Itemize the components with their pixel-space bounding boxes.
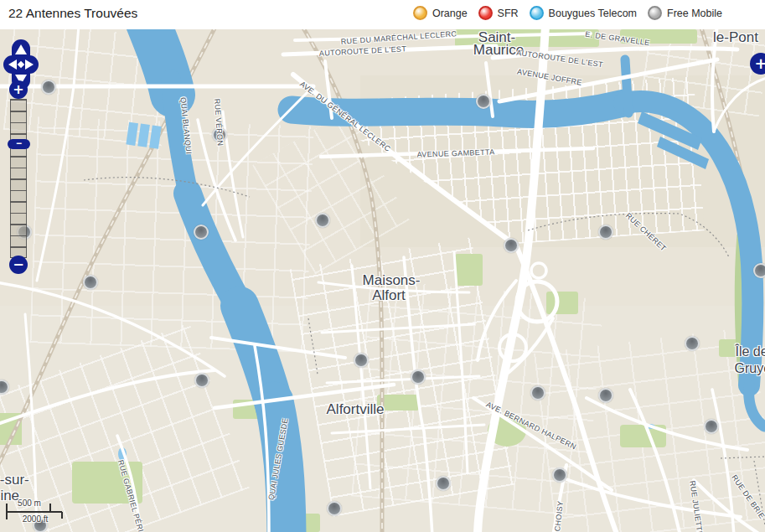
antenna-marker[interactable] <box>41 80 56 95</box>
legend-item-bouygues-telecom[interactable]: Bouygues Telecom <box>530 6 637 20</box>
antenna-marker[interactable] <box>685 336 700 351</box>
zoom-in-button[interactable]: + <box>9 80 28 99</box>
legend-label: Bouygues Telecom <box>549 8 637 19</box>
antenna-marker[interactable] <box>83 275 98 290</box>
antenna-marker[interactable] <box>598 225 613 240</box>
legend-label: Orange <box>432 8 468 19</box>
results-header: 22 Antennes Trouvées OrangeSFRBouygues T… <box>0 0 765 29</box>
antenna-marker[interactable] <box>33 518 48 532</box>
bouygues-telecom-dot-icon <box>530 6 544 20</box>
antenna-marker[interactable] <box>504 238 519 253</box>
zoom-slider-handle[interactable]: − <box>8 139 30 149</box>
antenna-marker[interactable] <box>436 476 451 491</box>
antenna-marker[interactable] <box>212 127 227 142</box>
antenna-marker[interactable] <box>530 385 545 400</box>
map-canvas[interactable] <box>0 29 765 532</box>
antenna-marker[interactable] <box>194 225 209 240</box>
legend-item-orange[interactable]: Orange <box>413 6 468 20</box>
antenna-marker[interactable] <box>327 501 342 516</box>
page-title: 22 Antennes Trouvées <box>8 6 137 21</box>
antenna-marker[interactable] <box>411 369 426 385</box>
antenna-marker[interactable] <box>194 373 209 388</box>
legend-label: Free Mobile <box>667 8 722 19</box>
zoom-track[interactable] <box>10 99 27 258</box>
legend-item-sfr[interactable]: SFR <box>478 6 519 20</box>
antenna-marker[interactable] <box>354 353 369 368</box>
orange-dot-icon <box>413 6 427 20</box>
antenna-marker[interactable] <box>476 94 491 109</box>
antenna-marker[interactable] <box>598 388 613 403</box>
antenna-marker[interactable] <box>753 263 765 278</box>
legend: OrangeSFRBouygues TelecomFree Mobile <box>413 6 722 20</box>
antenna-marker[interactable] <box>315 213 330 228</box>
zoom-slider-control: + − − <box>8 80 30 275</box>
sfr-dot-icon <box>478 6 493 20</box>
legend-item-free-mobile[interactable]: Free Mobile <box>648 6 722 20</box>
free-mobile-dot-icon <box>648 6 662 20</box>
map-graphics <box>0 29 765 532</box>
antenna-marker[interactable] <box>704 419 719 434</box>
legend-label: SFR <box>498 8 519 19</box>
antenna-marker[interactable] <box>552 467 567 483</box>
zoom-out-button[interactable]: − <box>9 256 28 274</box>
